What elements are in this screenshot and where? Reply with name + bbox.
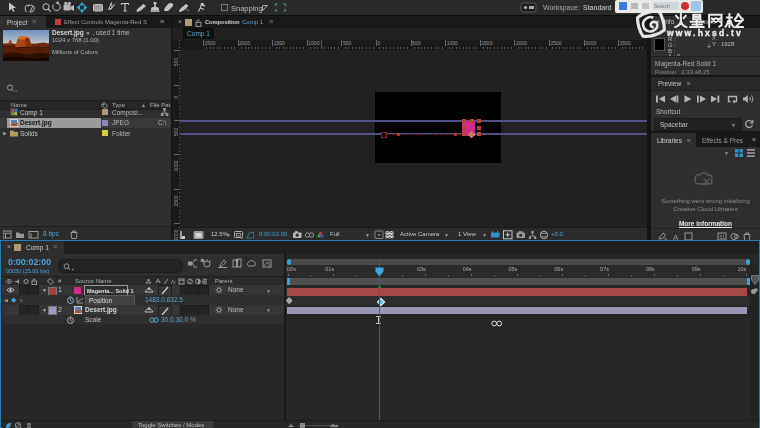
svg-text:Snapping: Snapping — [231, 4, 263, 13]
